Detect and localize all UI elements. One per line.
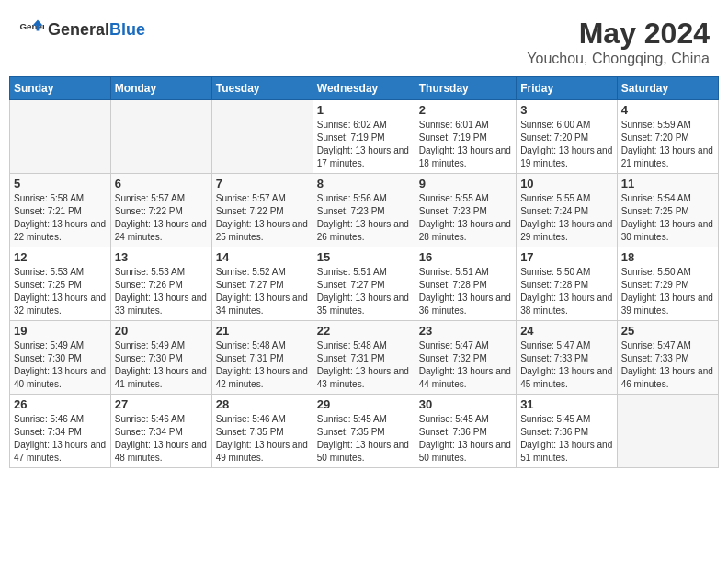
calendar-cell: 23Sunrise: 5:47 AMSunset: 7:32 PMDayligh… <box>415 321 516 395</box>
day-info: Sunrise: 5:46 AMSunset: 7:34 PMDaylight:… <box>14 413 107 465</box>
daylight-text: Daylight: 13 hours and 26 minutes. <box>317 218 411 244</box>
day-number: 15 <box>317 250 411 264</box>
calendar-cell: 3Sunrise: 6:00 AMSunset: 7:20 PMDaylight… <box>517 100 618 174</box>
day-number: 1 <box>317 103 411 117</box>
sunset-text: Sunset: 7:27 PM <box>317 279 411 292</box>
day-info: Sunrise: 5:54 AMSunset: 7:25 PMDaylight:… <box>621 192 714 244</box>
sunset-text: Sunset: 7:32 PM <box>419 352 512 365</box>
week-row-3: 12Sunrise: 5:53 AMSunset: 7:25 PMDayligh… <box>10 247 719 321</box>
day-info: Sunrise: 5:47 AMSunset: 7:32 PMDaylight:… <box>419 339 512 391</box>
daylight-text: Daylight: 13 hours and 36 minutes. <box>419 292 512 317</box>
header-thursday: Thursday <box>415 77 516 100</box>
day-info: Sunrise: 5:55 AMSunset: 7:24 PMDaylight:… <box>520 192 613 244</box>
calendar-cell <box>10 100 111 174</box>
sunset-text: Sunset: 7:26 PM <box>115 279 208 292</box>
sunrise-text: Sunrise: 6:01 AM <box>419 119 512 132</box>
calendar-cell: 31Sunrise: 5:45 AMSunset: 7:36 PMDayligh… <box>517 395 618 468</box>
sunrise-text: Sunrise: 5:54 AM <box>621 192 714 205</box>
day-info: Sunrise: 5:57 AMSunset: 7:22 PMDaylight:… <box>216 192 309 244</box>
calendar-cell: 30Sunrise: 5:45 AMSunset: 7:36 PMDayligh… <box>415 395 516 468</box>
sunrise-text: Sunrise: 5:49 AM <box>14 339 107 352</box>
calendar-cell <box>617 395 718 468</box>
day-number: 20 <box>115 324 208 338</box>
day-number: 29 <box>317 397 411 411</box>
sunrise-text: Sunrise: 5:48 AM <box>216 339 309 352</box>
calendar-cell: 22Sunrise: 5:48 AMSunset: 7:31 PMDayligh… <box>313 321 415 395</box>
daylight-text: Daylight: 13 hours and 50 minutes. <box>317 439 411 465</box>
sunrise-text: Sunrise: 5:53 AM <box>115 266 208 279</box>
sunset-text: Sunset: 7:28 PM <box>419 279 512 292</box>
day-info: Sunrise: 5:53 AMSunset: 7:25 PMDaylight:… <box>14 266 107 317</box>
sunset-text: Sunset: 7:36 PM <box>419 426 512 439</box>
weekday-header-row: SundayMondayTuesdayWednesdayThursdayFrid… <box>10 77 719 100</box>
sunset-text: Sunset: 7:34 PM <box>14 426 107 439</box>
day-info: Sunrise: 5:47 AMSunset: 7:33 PMDaylight:… <box>621 339 714 391</box>
sunset-text: Sunset: 7:20 PM <box>621 132 714 144</box>
sunrise-text: Sunrise: 5:57 AM <box>115 192 208 205</box>
day-number: 31 <box>520 397 613 411</box>
daylight-text: Daylight: 13 hours and 45 minutes. <box>520 365 613 391</box>
day-number: 4 <box>621 103 714 117</box>
daylight-text: Daylight: 13 hours and 24 minutes. <box>115 218 208 244</box>
calendar-cell: 25Sunrise: 5:47 AMSunset: 7:33 PMDayligh… <box>617 321 718 395</box>
sunrise-text: Sunrise: 5:48 AM <box>317 339 411 352</box>
calendar-cell: 1Sunrise: 6:02 AMSunset: 7:19 PMDaylight… <box>313 100 415 174</box>
sunset-text: Sunset: 7:33 PM <box>621 352 714 365</box>
day-info: Sunrise: 5:49 AMSunset: 7:30 PMDaylight:… <box>14 339 107 391</box>
daylight-text: Daylight: 13 hours and 22 minutes. <box>14 218 107 244</box>
daylight-text: Daylight: 13 hours and 34 minutes. <box>216 292 309 317</box>
day-number: 7 <box>216 177 309 190</box>
calendar-cell: 8Sunrise: 5:56 AMSunset: 7:23 PMDaylight… <box>313 174 415 247</box>
header-wednesday: Wednesday <box>313 77 415 100</box>
calendar-cell: 5Sunrise: 5:58 AMSunset: 7:21 PMDaylight… <box>10 174 111 247</box>
sunrise-text: Sunrise: 5:55 AM <box>520 192 613 205</box>
daylight-text: Daylight: 13 hours and 33 minutes. <box>115 292 208 317</box>
sunrise-text: Sunrise: 5:46 AM <box>216 413 309 426</box>
sunset-text: Sunset: 7:22 PM <box>115 205 208 218</box>
daylight-text: Daylight: 13 hours and 17 minutes. <box>317 144 411 170</box>
sunset-text: Sunset: 7:25 PM <box>621 205 714 218</box>
calendar-cell: 24Sunrise: 5:47 AMSunset: 7:33 PMDayligh… <box>517 321 618 395</box>
calendar-cell: 21Sunrise: 5:48 AMSunset: 7:31 PMDayligh… <box>211 321 313 395</box>
sunset-text: Sunset: 7:20 PM <box>520 132 613 144</box>
daylight-text: Daylight: 13 hours and 39 minutes. <box>621 292 714 317</box>
calendar-cell: 20Sunrise: 5:49 AMSunset: 7:30 PMDayligh… <box>110 321 211 395</box>
title-block: May 2024 Youchou, Chongqing, China <box>527 17 710 67</box>
sunset-text: Sunset: 7:34 PM <box>115 426 208 439</box>
day-info: Sunrise: 5:48 AMSunset: 7:31 PMDaylight:… <box>216 339 309 391</box>
daylight-text: Daylight: 13 hours and 42 minutes. <box>216 365 309 391</box>
sunset-text: Sunset: 7:19 PM <box>317 132 411 144</box>
day-info: Sunrise: 5:50 AMSunset: 7:29 PMDaylight:… <box>621 266 714 317</box>
daylight-text: Daylight: 13 hours and 35 minutes. <box>317 292 411 317</box>
daylight-text: Daylight: 13 hours and 41 minutes. <box>115 365 208 391</box>
day-info: Sunrise: 5:45 AMSunset: 7:36 PMDaylight:… <box>520 413 613 465</box>
month-year-title: May 2024 <box>527 17 710 51</box>
day-number: 12 <box>14 250 107 264</box>
sunrise-text: Sunrise: 5:51 AM <box>419 266 512 279</box>
sunrise-text: Sunrise: 5:46 AM <box>14 413 107 426</box>
calendar-cell: 28Sunrise: 5:46 AMSunset: 7:35 PMDayligh… <box>211 395 313 468</box>
calendar-cell: 26Sunrise: 5:46 AMSunset: 7:34 PMDayligh… <box>10 395 111 468</box>
day-info: Sunrise: 5:52 AMSunset: 7:27 PMDaylight:… <box>216 266 309 317</box>
day-number: 5 <box>14 177 107 190</box>
sunrise-text: Sunrise: 5:45 AM <box>419 413 512 426</box>
daylight-text: Daylight: 13 hours and 25 minutes. <box>216 218 309 244</box>
day-number: 13 <box>115 250 208 264</box>
calendar-cell: 14Sunrise: 5:52 AMSunset: 7:27 PMDayligh… <box>211 247 313 321</box>
daylight-text: Daylight: 13 hours and 48 minutes. <box>115 439 208 465</box>
day-number: 22 <box>317 324 411 338</box>
calendar-cell: 4Sunrise: 5:59 AMSunset: 7:20 PMDaylight… <box>617 100 718 174</box>
day-info: Sunrise: 5:45 AMSunset: 7:36 PMDaylight:… <box>419 413 512 465</box>
sunrise-text: Sunrise: 5:47 AM <box>621 339 714 352</box>
calendar-cell <box>110 100 211 174</box>
calendar-cell <box>211 100 313 174</box>
sunrise-text: Sunrise: 5:47 AM <box>419 339 512 352</box>
calendar-cell: 18Sunrise: 5:50 AMSunset: 7:29 PMDayligh… <box>617 247 718 321</box>
day-info: Sunrise: 5:55 AMSunset: 7:23 PMDaylight:… <box>419 192 512 244</box>
day-number: 30 <box>419 397 512 411</box>
sunrise-text: Sunrise: 5:50 AM <box>520 266 613 279</box>
day-number: 28 <box>216 397 309 411</box>
sunset-text: Sunset: 7:33 PM <box>520 352 613 365</box>
sunset-text: Sunset: 7:19 PM <box>419 132 512 144</box>
sunrise-text: Sunrise: 6:00 AM <box>520 119 613 132</box>
